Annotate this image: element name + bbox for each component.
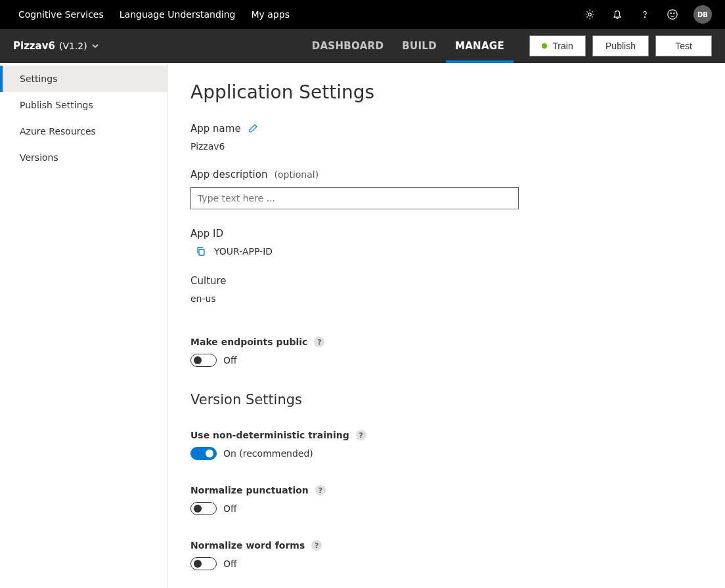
endpoints-label-row: Make endpoints public ?: [190, 337, 725, 347]
app-id-value: YOUR-APP-ID: [214, 246, 273, 257]
app-selector[interactable]: Pizzav6 (V1.2): [13, 40, 99, 52]
culture-value: en-us: [190, 293, 725, 304]
nondet-toggle-state: On (recommended): [223, 448, 313, 459]
nondet-label-row: Use non-deterministic training ?: [190, 430, 725, 440]
sidebar-item-azure-resources[interactable]: Azure Resources: [0, 118, 167, 144]
action-buttons: Train Publish Test: [514, 35, 725, 56]
copy-icon[interactable]: [196, 246, 206, 257]
endpoints-toggle-state: Off: [223, 355, 237, 366]
help-icon[interactable]: [638, 8, 651, 21]
help-tooltip-icon[interactable]: ?: [314, 337, 324, 347]
norm-punct-toggle[interactable]: [190, 502, 217, 515]
app-name-label-text: App name: [190, 123, 241, 135]
help-tooltip-icon[interactable]: ?: [311, 540, 322, 551]
norm-word-label-row: Normalize word forms ?: [190, 540, 725, 551]
nondet-toggle-row: On (recommended): [190, 447, 725, 460]
svg-point-0: [588, 13, 592, 16]
status-dot-icon: [542, 43, 547, 49]
norm-word-toggle[interactable]: [190, 557, 217, 570]
bell-icon[interactable]: [611, 8, 624, 21]
edit-icon[interactable]: [248, 123, 258, 134]
gear-icon[interactable]: [583, 8, 596, 21]
app-desc-label-text: App description: [190, 169, 267, 180]
norm-punct-toggle-state: Off: [223, 503, 237, 514]
app-description-input[interactable]: [190, 187, 519, 209]
culture-field-label: Culture: [190, 275, 725, 287]
app-desc-optional: (optional): [274, 169, 319, 180]
app-id-field-label: App ID: [190, 228, 725, 240]
endpoints-label: Make endpoints public: [190, 337, 307, 347]
endpoints-toggle-row: Off: [190, 354, 725, 367]
smile-icon[interactable]: [666, 8, 679, 21]
app-desc-field-label: App description (optional): [190, 169, 725, 180]
version-settings-title: Version Settings: [190, 392, 725, 408]
main-layout: Settings Publish Settings Azure Resource…: [0, 63, 725, 588]
tab-dashboard[interactable]: DASHBOARD: [303, 29, 393, 63]
breadcrumb-my-apps[interactable]: My apps: [251, 9, 289, 20]
svg-point-3: [670, 13, 671, 14]
app-version: (V1.2): [59, 41, 87, 51]
svg-rect-5: [199, 249, 204, 255]
global-top-bar: Cognitive Services Language Understandin…: [0, 0, 725, 29]
app-name-value: Pizzav6: [190, 141, 725, 152]
norm-punct-label-row: Normalize punctuation ?: [190, 485, 725, 495]
sidebar-item-settings[interactable]: Settings: [0, 66, 167, 92]
tab-build[interactable]: BUILD: [393, 29, 446, 63]
app-bar: Pizzav6 (V1.2) DASHBOARD BUILD MANAGE Tr…: [0, 29, 725, 63]
main-tabs: DASHBOARD BUILD MANAGE: [303, 29, 514, 63]
norm-punct-toggle-row: Off: [190, 502, 725, 515]
svg-point-2: [668, 10, 677, 19]
publish-button[interactable]: Publish: [592, 35, 649, 56]
help-tooltip-icon[interactable]: ?: [356, 430, 366, 440]
sidebar: Settings Publish Settings Azure Resource…: [0, 63, 168, 588]
test-button[interactable]: Test: [655, 35, 712, 56]
norm-punct-label: Normalize punctuation: [190, 485, 309, 495]
norm-word-label: Normalize word forms: [190, 540, 305, 551]
chevron-down-icon: [91, 42, 99, 50]
nondet-label: Use non-deterministic training: [190, 430, 349, 440]
breadcrumb: Cognitive Services Language Understandin…: [18, 9, 583, 20]
sidebar-item-versions[interactable]: Versions: [0, 144, 167, 171]
train-label: Train: [552, 41, 573, 51]
norm-word-toggle-state: Off: [223, 558, 237, 569]
app-id-row: YOUR-APP-ID: [196, 246, 725, 257]
help-tooltip-icon[interactable]: ?: [315, 485, 326, 495]
nondet-toggle[interactable]: [190, 447, 217, 460]
app-name: Pizzav6: [13, 40, 55, 52]
avatar[interactable]: DB: [693, 5, 712, 24]
breadcrumb-cognitive-services[interactable]: Cognitive Services: [18, 9, 104, 20]
train-button[interactable]: Train: [529, 35, 586, 56]
breadcrumb-language-understanding[interactable]: Language Understanding: [120, 9, 236, 20]
endpoints-toggle[interactable]: [190, 354, 217, 367]
app-name-field-label: App name: [190, 123, 725, 135]
svg-point-4: [674, 13, 674, 14]
tab-manage[interactable]: MANAGE: [446, 29, 514, 63]
norm-word-toggle-row: Off: [190, 557, 725, 570]
content-area: Application Settings App name Pizzav6 Ap…: [168, 63, 725, 588]
sidebar-item-publish-settings[interactable]: Publish Settings: [0, 92, 167, 118]
page-title: Application Settings: [190, 81, 725, 103]
svg-point-1: [644, 17, 645, 18]
topbar-icon-group: DB: [583, 5, 712, 24]
